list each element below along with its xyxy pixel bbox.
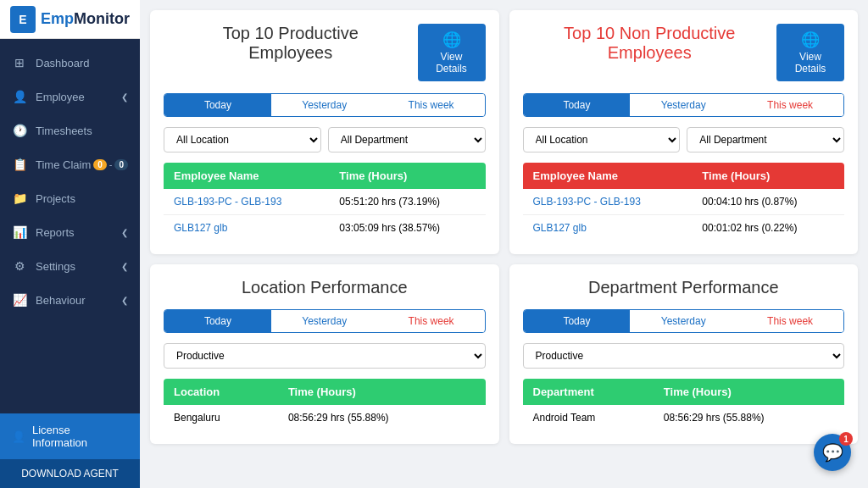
tab-thisweek-loc[interactable]: This week [378,310,485,332]
sidebar-item-label: Reports [36,226,75,239]
sidebar-nav: ⊞ Dashboard 👤 Employee ❮ 🕐 Timesheets 📋 … [0,39,140,413]
globe-icon: 🌐 [442,30,461,49]
license-icon: 👤 [12,430,25,443]
tab-today-dept[interactable]: Today [524,310,631,332]
sidebar-item-reports[interactable]: 📊 Reports ❮ [0,215,140,249]
chevron-right-icon-behaviour: ❮ [121,296,128,305]
department-table-head: Department Time (Hours) [523,379,845,405]
reports-icon: 📊 [12,225,27,239]
department-card-title: Department Performance [523,278,845,297]
sidebar-item-settings[interactable]: ⚙ Settings ❮ [0,249,140,283]
sidebar-item-dashboard[interactable]: ⊞ Dashboard [0,46,140,80]
non-productive-view-details-button[interactable]: 🌐 View Details [776,24,844,81]
sidebar-item-label: Behaviour [36,294,86,307]
badge-dark-zero: 0 [114,159,128,170]
view-details-label2: Details [436,63,467,75]
sidebar-item-timesheets[interactable]: 🕐 Timesheets [0,114,140,147]
tab-yesterday-np[interactable]: Yesterday [630,94,737,116]
main-content: Top 10 ProductiveEmployees 🌐 View Detail… [140,0,868,488]
department-card: Department Performance Today Yesterday T… [509,264,859,444]
sidebar-item-label: Dashboard [36,57,90,69]
download-agent-button[interactable]: DOWNLOAD AGENT [0,459,140,488]
location-tabs: Today Yesterday This week [164,309,486,333]
np-employee-link-2[interactable]: GLB127 glb [523,215,693,241]
department-select-np-wrap: All Department [687,127,844,152]
table-row: Android Team 08:56:29 hrs (55.88%) [523,405,845,430]
tab-thisweek-productive[interactable]: This week [378,94,485,116]
dashboard-icon: ⊞ [12,56,27,69]
tab-thisweek-np[interactable]: This week [737,94,843,116]
view-details-label: View [441,51,463,63]
department-card-header: Department Performance [523,278,845,297]
productive-view-details-button[interactable]: 🌐 View Details [418,24,486,81]
license-button[interactable]: 👤 License Information [0,413,140,459]
sidebar-bottom: 👤 License Information DOWNLOAD AGENT [0,413,140,488]
globe-icon-np: 🌐 [801,30,820,49]
sidebar-item-behaviour[interactable]: 📈 Behaviour ❮ [0,283,140,317]
table-row: Bengaluru 08:56:29 hrs (55.88%) [164,405,486,430]
chat-fab-button[interactable]: 💬 1 [814,434,851,471]
location-select-productive[interactable]: All Location [164,127,321,152]
tab-yesterday-loc[interactable]: Yesterday [271,310,378,332]
tab-today-np[interactable]: Today [524,94,631,116]
sidebar-item-timeclaim[interactable]: 📋 Time Claim 0 - 0 [0,147,140,181]
np-employee-link-1[interactable]: GLB-193-PC - GLB-193 [523,189,693,215]
department-select-wrap: All Department [328,127,486,152]
table-row: GLB127 glb 00:01:02 hrs (0.22%) [523,215,845,241]
tab-today-loc[interactable]: Today [164,310,271,332]
table-row: GLB-193-PC - GLB-193 00:04:10 hrs (0.87%… [523,189,845,215]
location-type-select[interactable]: Productive [164,343,486,369]
location-select-np[interactable]: All Location [523,127,681,152]
view-details-label-np: View [799,51,821,63]
non-productive-table-head: Employee Name Time (Hours) [523,163,845,189]
sidebar-item-label: Timesheets [36,125,92,137]
tab-yesterday-productive[interactable]: Yesterday [271,94,378,116]
productive-card-title: Top 10 ProductiveEmployees [164,24,418,63]
department-select-np[interactable]: All Department [687,127,844,152]
sidebar-item-label: Projects [36,192,75,205]
chat-icon: 💬 [822,442,843,463]
location-type-select-wrap: Productive [164,343,486,369]
logo: E EmpMonitor [0,0,140,39]
location-name-1: Bengaluru [164,405,278,430]
chevron-right-icon-reports: ❮ [121,228,128,237]
location-dropdown-row: Productive [164,343,486,369]
sidebar-item-label: Time Claim [36,158,91,171]
chevron-right-icon: ❮ [121,92,128,102]
badge-zero: 0 [93,159,107,170]
department-type-select[interactable]: Productive [523,343,845,369]
sidebar: E EmpMonitor ⊞ Dashboard 👤 Employee ❮ 🕐 … [0,0,140,488]
table-row: GLB-193-PC - GLB-193 05:51:20 hrs (73.19… [164,189,486,215]
table-row: GLB127 glb 03:05:09 hrs (38.57%) [164,215,486,241]
location-table-head: Location Time (Hours) [164,379,486,405]
department-tabs: Today Yesterday This week [523,309,845,333]
department-type-select-wrap: Productive [523,343,845,369]
tab-today-productive[interactable]: Today [164,94,271,116]
col-time-hours: Time (Hours) [329,163,485,189]
logo-icon: E [10,6,36,33]
productive-table: Employee Name Time (Hours) GLB-193-PC - … [164,163,486,241]
np-time-value-2: 00:01:02 hrs (0.22%) [692,215,844,241]
timeclaim-badges: 0 - 0 [93,159,128,170]
license-label: License Information [32,424,128,449]
chat-badge: 1 [839,432,853,446]
sidebar-item-projects[interactable]: 📁 Projects [0,181,140,215]
location-card-header: Location Performance [164,278,486,297]
tab-thisweek-dept[interactable]: This week [737,310,843,332]
sidebar-item-label: Settings [36,260,75,273]
download-label: DOWNLOAD AGENT [21,468,119,480]
department-table: Department Time (Hours) Android Team 08:… [523,379,845,430]
col-np-employee-name: Employee Name [523,163,693,189]
chevron-right-icon-settings: ❮ [121,262,128,271]
location-select-wrap: All Location [164,127,321,152]
timesheets-icon: 🕐 [12,124,27,137]
employee-link-1[interactable]: GLB-193-PC - GLB-193 [164,189,329,215]
tab-yesterday-dept[interactable]: Yesterday [630,310,737,332]
location-card: Location Performance Today Yesterday Thi… [150,264,499,444]
sidebar-item-employee[interactable]: 👤 Employee ❮ [0,80,140,114]
department-select-productive[interactable]: All Department [328,127,486,152]
time-value-2: 03:05:09 hrs (38.57%) [329,215,485,241]
employee-link-2[interactable]: GLB127 glb [164,215,329,241]
department-time-1: 08:56:29 hrs (55.88%) [654,405,844,430]
location-table: Location Time (Hours) Bengaluru 08:56:29… [164,379,486,430]
